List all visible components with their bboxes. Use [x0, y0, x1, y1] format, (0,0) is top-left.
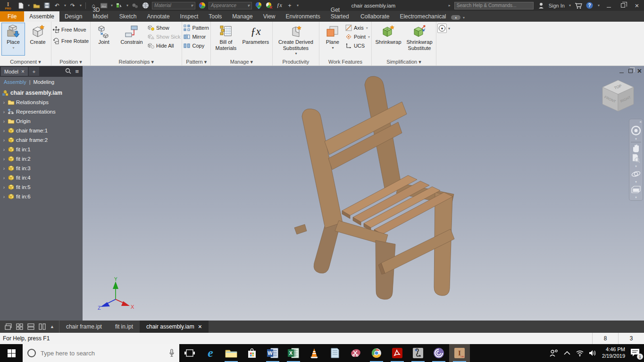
- new-file-chevron-icon[interactable]: ▾: [28, 3, 30, 8]
- sign-in-chevron-icon[interactable]: ▾: [569, 3, 571, 8]
- tree-item-origin[interactable]: › Origin: [2, 116, 83, 126]
- expander-icon[interactable]: ›: [2, 128, 6, 133]
- view-cube[interactable]: TOP FRONT RIGHT: [600, 77, 636, 115]
- panel-options-button[interactable]: ▼: [437, 24, 447, 33]
- tab-tools[interactable]: Tools: [203, 11, 227, 22]
- save-icon[interactable]: [43, 2, 50, 9]
- tab-electromechanical[interactable]: Electromechanical: [394, 11, 451, 22]
- clear-appearance-icon[interactable]: [265, 2, 273, 9]
- axis-chevron-icon[interactable]: ▾: [366, 26, 368, 30]
- expander-icon[interactable]: ›: [2, 138, 6, 143]
- navbar-more-chevron-icon[interactable]: ▾: [635, 196, 637, 199]
- free-rotate-button[interactable]: Free Rotate: [53, 38, 89, 44]
- tab-collaborate[interactable]: Collaborate: [355, 11, 394, 22]
- action-center-button[interactable]: 1: [630, 348, 641, 358]
- appearance-wheel-icon[interactable]: [198, 2, 206, 9]
- tab-design[interactable]: Design: [59, 11, 87, 22]
- navbar-close-icon[interactable]: ×: [639, 120, 642, 124]
- start-button[interactable]: [0, 344, 23, 362]
- bill-of-materials-button[interactable]: Bill of Materials: [212, 23, 240, 56]
- graphics-viewport[interactable]: ×: [83, 66, 644, 321]
- mode-modeling[interactable]: Modeling: [33, 79, 55, 85]
- material-globe-icon[interactable]: [142, 2, 149, 9]
- group-label-pattern[interactable]: Pattern▾: [184, 58, 209, 66]
- expander-icon[interactable]: ›: [2, 100, 6, 105]
- appearance-combobox[interactable]: Appearance▾: [209, 2, 252, 9]
- joint-button[interactable]: Joint: [92, 23, 116, 56]
- close-button[interactable]: ×: [632, 1, 642, 9]
- tab-file[interactable]: File: [0, 11, 24, 22]
- app-store-cart-icon[interactable]: [575, 2, 582, 9]
- open-icon[interactable]: [33, 2, 40, 9]
- tree-item-fit-in-5[interactable]: › fit in:5: [2, 182, 83, 192]
- new-file-icon[interactable]: [17, 2, 25, 9]
- taskbar-app-inventor[interactable]: ICAS: [449, 344, 470, 362]
- free-move-button[interactable]: Free Move: [53, 26, 89, 33]
- orbit-chevron-icon[interactable]: ▾: [635, 180, 637, 183]
- taskbar-app-vlc[interactable]: [304, 344, 325, 362]
- look-at-icon[interactable]: [631, 185, 641, 193]
- doc-close-button[interactable]: ×: [637, 67, 642, 75]
- doc-restore-button[interactable]: [628, 68, 633, 74]
- expander-icon[interactable]: ›: [2, 175, 6, 181]
- close-icon[interactable]: ×: [198, 323, 202, 330]
- tab-inspect[interactable]: Inspect: [175, 11, 204, 22]
- expander-icon[interactable]: ›: [2, 185, 6, 190]
- doc-tab-chair-frame[interactable]: chair frame.ipt: [59, 321, 109, 333]
- plane-button[interactable]: Plane ▾: [321, 23, 344, 56]
- wheel-chevron-icon[interactable]: ▾: [635, 137, 637, 140]
- undo-icon[interactable]: ↶: [53, 2, 61, 9]
- volume-icon[interactable]: [589, 350, 597, 356]
- help-icon[interactable]: ?: [586, 2, 594, 9]
- parameters-button[interactable]: ƒx Parameters: [241, 23, 271, 56]
- taskbar-app-acrobat[interactable]: [387, 344, 408, 362]
- orbit-icon[interactable]: [631, 169, 641, 179]
- place-button[interactable]: Place ▾: [1, 23, 25, 56]
- taskbar-app-file-explorer[interactable]: [221, 344, 242, 362]
- tab-manage[interactable]: Manage: [227, 11, 258, 22]
- tab-get-started[interactable]: Get Started: [326, 5, 355, 22]
- fx-parameters-icon[interactable]: ƒx: [276, 2, 283, 9]
- axis-button[interactable]: Axis ▾: [345, 25, 370, 31]
- expander-icon[interactable]: ›: [2, 156, 6, 162]
- expand-tabs-icon[interactable]: ▲: [50, 324, 54, 329]
- show-button[interactable]: Show: [148, 25, 180, 31]
- copy-button[interactable]: Copy: [184, 42, 209, 49]
- navigation-wheel-icon[interactable]: [631, 125, 641, 136]
- search-icon[interactable]: [65, 68, 71, 74]
- point-button[interactable]: Point ▾: [345, 33, 370, 40]
- create-button[interactable]: Create: [26, 23, 50, 56]
- redo-icon[interactable]: ↷: [69, 2, 76, 9]
- group-label-component[interactable]: Component▾: [1, 58, 50, 66]
- tree-item-fit-in-3[interactable]: › fit in:3: [2, 164, 83, 173]
- microphone-icon[interactable]: [169, 349, 175, 357]
- people-icon[interactable]: [549, 349, 559, 357]
- minimize-button[interactable]: [603, 2, 614, 9]
- adjust-appearance-icon[interactable]: [255, 2, 262, 9]
- add-qat-icon[interactable]: +: [286, 2, 293, 9]
- tab-sketch[interactable]: Sketch: [114, 11, 142, 22]
- taskbar-app-notepad[interactable]: [325, 344, 345, 362]
- taskbar-app-chrome[interactable]: [366, 344, 387, 362]
- shrinkwrap-substitute-button[interactable]: Shrinkwrap Substitute: [404, 23, 435, 56]
- browser-tab-model[interactable]: Model ×: [1, 67, 28, 76]
- group-label-relationships[interactable]: Relationships▾: [92, 58, 180, 66]
- taskbar-search[interactable]: [23, 344, 179, 362]
- ribbon-collapse-chevron-icon[interactable]: ▾: [463, 16, 465, 20]
- sign-in-button[interactable]: Sign In: [549, 3, 565, 8]
- mirror-button[interactable]: Mirror: [184, 33, 209, 40]
- tree-item-fit-in-2[interactable]: › fit in:2: [2, 154, 83, 164]
- expander-icon[interactable]: ›: [2, 119, 6, 124]
- group-label-simplification[interactable]: Simplification▾: [373, 58, 435, 66]
- tree-item-relationships[interactable]: › Relationships: [2, 98, 83, 107]
- help-chevron-icon[interactable]: ▾: [598, 3, 600, 8]
- zoom-chevron-icon[interactable]: ▾: [635, 165, 637, 168]
- pattern-button[interactable]: Pattern: [184, 25, 209, 31]
- doc-minimize-button[interactable]: [619, 68, 624, 74]
- undo-chevron-icon[interactable]: ▾: [64, 3, 66, 8]
- taskbar-app-word[interactable]: W: [262, 344, 283, 362]
- inventor-logo[interactable]: I PRO: [2, 1, 14, 10]
- constrain-button[interactable]: Constrain: [117, 23, 147, 56]
- tab-environments[interactable]: Environments: [280, 11, 325, 22]
- tree-item-fit-in-6[interactable]: › fit in:6: [2, 192, 83, 201]
